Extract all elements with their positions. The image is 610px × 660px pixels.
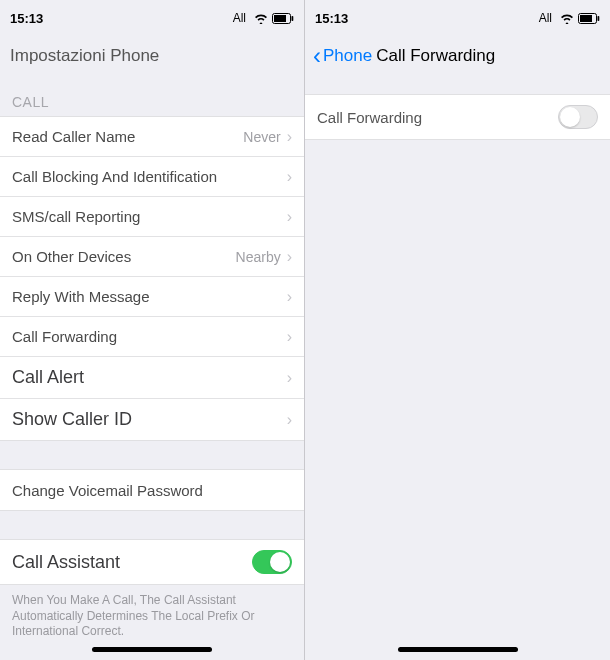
call-forwarding-toggle[interactable]	[558, 105, 598, 129]
status-right: All	[539, 11, 600, 25]
row-change-voicemail-password[interactable]: Change Voicemail Password	[0, 470, 304, 510]
row-other-devices[interactable]: On Other Devices Nearby ›	[0, 237, 304, 277]
status-right: All	[233, 11, 294, 25]
status-time: 15:13	[315, 11, 348, 26]
carrier-label: All	[539, 11, 552, 25]
chevron-left-icon: ‹	[313, 44, 321, 68]
settings-phone-screen: 15:13 All Impostazioni Phone CALL Read C…	[0, 0, 305, 660]
chevron-right-icon: ›	[287, 328, 292, 346]
nav-title: Impostazioni Phone	[10, 46, 159, 66]
row-label: Reply With Message	[12, 288, 287, 305]
call-assistant-toggle[interactable]	[252, 550, 292, 574]
svg-rect-2	[292, 16, 294, 21]
call-settings-list: Read Caller Name Never › Call Blocking A…	[0, 116, 304, 441]
row-call-forwarding-toggle[interactable]: Call Forwarding	[305, 95, 610, 139]
row-show-caller-id[interactable]: Show Caller ID ›	[0, 399, 304, 440]
nav-bar: Impostazioni Phone	[0, 36, 304, 76]
row-value: Nearby	[236, 249, 281, 265]
nav-title: Call Forwarding	[376, 46, 495, 66]
battery-icon	[578, 13, 600, 24]
status-bar: 15:13 All	[0, 0, 304, 36]
nav-back-text: Phone	[323, 46, 372, 66]
chevron-right-icon: ›	[287, 288, 292, 306]
carrier-label: All	[233, 11, 246, 25]
chevron-right-icon: ›	[287, 248, 292, 266]
row-label: SMS/call Reporting	[12, 208, 287, 225]
assistant-list: Call Assistant	[0, 539, 304, 585]
row-label: Call Forwarding	[12, 328, 287, 345]
chevron-right-icon: ›	[287, 411, 292, 429]
nav-back-button[interactable]: ‹ Phone	[313, 44, 372, 68]
row-sms-reporting[interactable]: SMS/call Reporting ›	[0, 197, 304, 237]
home-indicator[interactable]	[398, 647, 518, 652]
status-bar: 15:13 All	[305, 0, 610, 36]
svg-rect-5	[598, 16, 600, 21]
call-assistant-footer: When You Make A Call, The Call Assistant…	[0, 585, 304, 648]
home-indicator[interactable]	[92, 647, 212, 652]
chevron-right-icon: ›	[287, 168, 292, 186]
status-time: 15:13	[10, 11, 43, 26]
row-call-blocking[interactable]: Call Blocking And Identification ›	[0, 157, 304, 197]
row-label: On Other Devices	[12, 248, 236, 265]
row-read-caller-name[interactable]: Read Caller Name Never ›	[0, 117, 304, 157]
row-label: Call Blocking And Identification	[12, 168, 287, 185]
toggle-knob-icon	[270, 552, 290, 572]
row-call-alert[interactable]: Call Alert ›	[0, 357, 304, 399]
row-call-forwarding[interactable]: Call Forwarding ›	[0, 317, 304, 357]
nav-back-text[interactable]: Impostazioni	[10, 46, 105, 65]
row-label: Show Caller ID	[12, 409, 287, 430]
chevron-right-icon: ›	[287, 369, 292, 387]
row-label: Call Assistant	[12, 552, 252, 573]
call-forwarding-screen: 15:13 All ‹ Phone Call Forwarding Call F…	[305, 0, 610, 660]
toggle-knob-icon	[560, 107, 580, 127]
wifi-icon	[254, 13, 268, 24]
row-label: Call Alert	[12, 367, 287, 388]
row-reply-with-message[interactable]: Reply With Message ›	[0, 277, 304, 317]
wifi-icon	[560, 13, 574, 24]
chevron-right-icon: ›	[287, 128, 292, 146]
row-value: Never	[243, 129, 280, 145]
row-call-assistant[interactable]: Call Assistant	[0, 540, 304, 584]
row-label: Change Voicemail Password	[12, 482, 292, 499]
forwarding-list: Call Forwarding	[305, 94, 610, 140]
svg-rect-4	[580, 15, 592, 22]
svg-rect-1	[274, 15, 286, 22]
nav-bar: ‹ Phone Call Forwarding	[305, 36, 610, 76]
section-header-call: CALL	[0, 76, 304, 116]
voicemail-list: Change Voicemail Password	[0, 469, 304, 511]
row-label: Call Forwarding	[317, 109, 558, 126]
row-label: Read Caller Name	[12, 128, 243, 145]
battery-icon	[272, 13, 294, 24]
chevron-right-icon: ›	[287, 208, 292, 226]
